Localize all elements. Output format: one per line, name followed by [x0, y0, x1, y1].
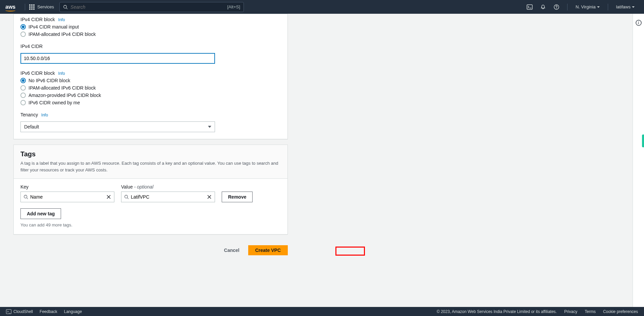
nav-right: N. Virginia latifaws — [523, 0, 639, 14]
radio-icon — [20, 24, 26, 30]
radio-label: IPAM-allocated IPv6 CIDR block — [29, 85, 96, 91]
help-icon-button[interactable] — [550, 0, 563, 14]
radio-label: No IPv6 CIDR block — [29, 78, 70, 83]
cloudshell-icon: >_ — [6, 309, 11, 314]
svg-line-5 — [27, 198, 28, 199]
tag-value-input-wrap[interactable] — [121, 192, 215, 202]
radio-label: IPv4 CIDR manual input — [29, 24, 79, 30]
tenancy-label: Tenancy — [20, 112, 38, 117]
svg-line-7 — [127, 198, 129, 199]
cancel-button[interactable]: Cancel — [219, 246, 244, 255]
radio-ipv6-owned[interactable]: IPv6 CIDR owned by me — [20, 100, 281, 105]
footer-terms[interactable]: Terms — [585, 309, 596, 314]
svg-point-6 — [125, 195, 128, 198]
radio-label: Amazon-provided IPv6 CIDR block — [29, 93, 101, 98]
ipv6-cidr-block-group: IPv6 CIDR block Info No IPv6 CIDR block … — [20, 70, 281, 105]
footer: >_ CloudShell Feedback Language © 2023, … — [0, 307, 644, 316]
ipv6-cidr-block-label: IPv6 CIDR block — [20, 70, 55, 76]
vpc-settings-panel: IPv4 CIDR block Info IPv4 CIDR manual in… — [13, 14, 288, 139]
ipv6-cidr-block-info[interactable]: Info — [58, 71, 65, 76]
ipv4-cidr-label: IPv4 CIDR — [20, 44, 281, 49]
ipv4-cidr-block-group: IPv4 CIDR block Info IPv4 CIDR manual in… — [20, 17, 281, 37]
form-actions: Cancel Create VPC — [13, 241, 288, 259]
caret-down-icon — [597, 6, 600, 8]
radio-icon — [20, 78, 26, 83]
tag-key-input-wrap[interactable] — [20, 192, 114, 202]
footer-copyright: © 2023, Amazon Web Services India Privat… — [437, 309, 557, 314]
ipv4-cidr-field-group: IPv4 CIDR — [20, 44, 281, 64]
radio-ipv6-amazon[interactable]: Amazon-provided IPv6 CIDR block — [20, 93, 281, 98]
tag-key-input[interactable] — [30, 194, 103, 200]
add-new-tag-button[interactable]: Add new tag — [20, 208, 61, 219]
select-caret-icon — [208, 126, 211, 128]
form-scroll: IPv4 CIDR block Info IPv4 CIDR manual in… — [0, 14, 632, 307]
nav-separator — [25, 4, 25, 10]
tag-key-header: Key — [20, 184, 114, 190]
tag-limit-hint: You can add 49 more tags. — [20, 222, 281, 227]
footer-language[interactable]: Language — [64, 309, 82, 314]
radio-icon — [20, 32, 26, 37]
radio-icon — [20, 85, 26, 91]
info-panel-toggle[interactable]: i — [633, 14, 644, 307]
radio-icon — [20, 100, 26, 105]
svg-line-1 — [66, 8, 68, 9]
cloudshell-icon-button[interactable] — [523, 0, 536, 14]
top-nav: aws Services [Alt+S] N. Virginia latifaw… — [0, 0, 644, 14]
tenancy-value: Default — [24, 124, 39, 129]
close-icon — [107, 195, 111, 199]
tags-header: Tags A tag is a label that you assign to… — [14, 145, 287, 179]
footer-privacy[interactable]: Privacy — [564, 309, 577, 314]
tag-value-input[interactable] — [131, 194, 204, 200]
create-vpc-button[interactable]: Create VPC — [248, 245, 288, 255]
search-icon — [23, 195, 28, 199]
search-input[interactable] — [70, 4, 224, 10]
clear-key-button[interactable] — [105, 194, 112, 200]
ipv4-cidr-block-label: IPv4 CIDR block — [20, 17, 55, 22]
radio-label: IPv6 CIDR owned by me — [29, 100, 80, 105]
svg-rect-2 — [527, 5, 532, 9]
aws-logo[interactable]: aws — [5, 4, 15, 10]
radio-ipv4-manual[interactable]: IPv4 CIDR manual input — [20, 24, 281, 30]
ipv4-cidr-input[interactable] — [20, 53, 215, 64]
footer-cookie[interactable]: Cookie preferences — [603, 309, 638, 314]
clear-value-button[interactable] — [206, 194, 213, 200]
services-button[interactable]: Services — [29, 4, 54, 10]
account-menu[interactable]: latifaws — [612, 4, 639, 9]
tenancy-info[interactable]: Info — [41, 113, 48, 117]
remove-tag-button[interactable]: Remove — [222, 192, 253, 202]
radio-ipv4-ipam[interactable]: IPAM-allocated IPv4 CIDR block — [20, 32, 281, 37]
radio-ipv6-ipam[interactable]: IPAM-allocated IPv6 CIDR block — [20, 85, 281, 91]
ipv4-cidr-block-info[interactable]: Info — [58, 17, 65, 22]
tag-value-header: Value - optional — [121, 184, 215, 190]
info-icon: i — [636, 20, 642, 26]
radio-label: IPAM-allocated IPv4 CIDR block — [29, 32, 96, 37]
svg-point-4 — [24, 195, 27, 198]
tags-panel: Tags A tag is a label that you assign to… — [13, 145, 288, 234]
tags-description: A tag is a label that you assign to an A… — [20, 160, 281, 173]
radio-icon — [20, 93, 26, 98]
nav-separator — [608, 4, 608, 10]
tenancy-select[interactable]: Default — [20, 121, 215, 132]
feedback-tab[interactable] — [642, 135, 644, 147]
search-box[interactable]: [Alt+S] — [59, 2, 244, 12]
caret-down-icon — [632, 6, 635, 8]
tenancy-group: Tenancy Info Default — [20, 112, 281, 132]
search-icon — [63, 5, 68, 9]
nav-separator — [567, 4, 568, 10]
search-hint: [Alt+S] — [227, 4, 240, 9]
footer-feedback[interactable]: Feedback — [40, 309, 57, 314]
close-icon — [207, 195, 211, 199]
tag-row: Key Value - optional — [20, 184, 281, 202]
services-grid-icon — [29, 4, 35, 10]
main-area: IPv4 CIDR block Info IPv4 CIDR manual in… — [0, 14, 644, 307]
tags-title: Tags — [20, 150, 281, 158]
footer-cloudshell[interactable]: >_ CloudShell — [6, 309, 33, 314]
search-icon — [124, 195, 129, 199]
services-label: Services — [37, 4, 54, 9]
radio-ipv6-none[interactable]: No IPv6 CIDR block — [20, 78, 281, 83]
region-selector[interactable]: N. Virginia — [572, 4, 604, 9]
notifications-icon-button[interactable] — [536, 0, 550, 14]
svg-point-0 — [64, 5, 67, 8]
